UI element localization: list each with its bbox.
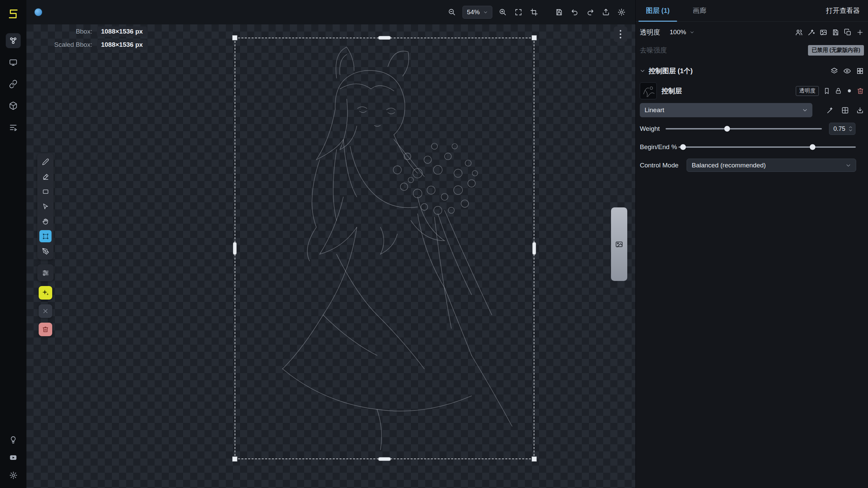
solo-layer-button[interactable] bbox=[846, 88, 852, 94]
cancel-button[interactable] bbox=[39, 304, 52, 318]
control-type-select[interactable]: Lineart bbox=[640, 103, 812, 117]
opacity-select[interactable]: 100% bbox=[666, 26, 698, 38]
selection-handle-left[interactable] bbox=[233, 242, 237, 255]
duplicate-button[interactable] bbox=[844, 28, 852, 36]
status-dot[interactable] bbox=[34, 8, 43, 17]
chevron-down-icon bbox=[802, 107, 808, 113]
adjust-tool[interactable] bbox=[39, 267, 52, 279]
sidebar-item-help[interactable] bbox=[6, 433, 20, 447]
tool-group-main bbox=[37, 153, 54, 260]
hand-icon bbox=[42, 218, 49, 225]
selection-handle-top-right[interactable] bbox=[532, 35, 537, 40]
side-drawer-handle[interactable] bbox=[611, 207, 627, 281]
denoise-label: 去噪强度 bbox=[640, 46, 667, 55]
brush-tool[interactable] bbox=[39, 156, 52, 168]
control-mode-select[interactable]: Balanced (recommended) bbox=[687, 159, 856, 172]
control-layers-header[interactable]: 控制图层 (1个) bbox=[640, 64, 864, 77]
export-icon bbox=[602, 8, 610, 16]
tab-layers-label: 图层 (1) bbox=[646, 6, 670, 15]
weight-stepper[interactable] bbox=[849, 126, 852, 132]
undo-icon bbox=[571, 8, 579, 16]
weight-slider-track[interactable] bbox=[666, 128, 822, 129]
select-tool[interactable] bbox=[39, 200, 52, 212]
more-options-button[interactable] bbox=[614, 26, 627, 42]
delete-button[interactable] bbox=[39, 323, 52, 336]
canvas-settings-button[interactable] bbox=[615, 6, 628, 19]
gear-icon bbox=[617, 8, 626, 16]
open-viewer-link[interactable]: 打开查看器 bbox=[826, 6, 860, 15]
fit-view-button[interactable] bbox=[512, 6, 525, 19]
add-layer-button[interactable] bbox=[856, 28, 864, 36]
begin-end-slider-track[interactable] bbox=[678, 146, 856, 148]
save-layer-button[interactable] bbox=[832, 28, 840, 36]
selection-handle-right[interactable] bbox=[532, 242, 536, 255]
pen-tool[interactable] bbox=[39, 245, 52, 257]
zoom-out-button[interactable] bbox=[446, 6, 458, 19]
weight-input[interactable]: 0.75 bbox=[829, 123, 855, 135]
end-slider-handle[interactable] bbox=[810, 144, 815, 150]
redo-button[interactable] bbox=[584, 6, 597, 19]
import-image-button[interactable] bbox=[856, 106, 864, 114]
image-button[interactable] bbox=[820, 28, 827, 36]
opacity-label: 透明度 bbox=[640, 28, 660, 37]
chevron-down-icon bbox=[849, 129, 852, 132]
toggle-visibility-button[interactable] bbox=[843, 67, 851, 75]
selection-handle-bottom[interactable] bbox=[378, 457, 391, 461]
selection-handle-top-left[interactable] bbox=[232, 35, 237, 40]
tab-layers[interactable]: 图层 (1) bbox=[644, 0, 672, 21]
grid-view-button[interactable] bbox=[856, 67, 864, 75]
bookmark-layer-button[interactable] bbox=[823, 87, 830, 95]
weight-value: 0.75 bbox=[833, 125, 849, 133]
panel-tabs: 图层 (1) 画廊 打开查看器 bbox=[636, 0, 868, 22]
image-icon bbox=[615, 240, 623, 248]
selection-bbox[interactable] bbox=[235, 38, 534, 459]
tab-gallery[interactable]: 画廊 bbox=[691, 0, 708, 21]
bbox-value: 1088×1536 px bbox=[97, 26, 147, 37]
delete-layer-button[interactable] bbox=[857, 87, 864, 95]
export-button[interactable] bbox=[599, 6, 612, 19]
sidebar-item-canvas[interactable] bbox=[6, 33, 21, 48]
begin-slider-handle[interactable] bbox=[680, 144, 686, 150]
crop-button[interactable] bbox=[528, 6, 540, 19]
zoom-in-button[interactable] bbox=[496, 6, 509, 19]
selection-handle-bottom-right[interactable] bbox=[532, 456, 537, 462]
eraser-tool[interactable] bbox=[39, 170, 52, 183]
transform-tool[interactable] bbox=[39, 230, 52, 242]
layer-thumbnail[interactable] bbox=[640, 82, 657, 99]
sidebar-item-link[interactable] bbox=[6, 77, 21, 92]
preprocess-button[interactable] bbox=[826, 106, 834, 114]
wand-button[interactable] bbox=[807, 28, 815, 36]
rectangle-tool[interactable] bbox=[39, 185, 52, 198]
sidebar-item-settings[interactable] bbox=[6, 468, 20, 482]
grid-frame-icon bbox=[841, 106, 849, 114]
undo-button[interactable] bbox=[568, 6, 581, 19]
chevron-down-icon bbox=[640, 68, 645, 74]
begin-end-label: Begin/End % bbox=[640, 143, 677, 151]
stack-layers-button[interactable] bbox=[830, 67, 838, 75]
control-layer-item[interactable]: 控制层 透明度 bbox=[640, 81, 864, 100]
bbox-info: Bbox: 1088×1536 px Scaled Bbox: 1088×153… bbox=[54, 26, 147, 50]
weight-slider-handle[interactable] bbox=[724, 126, 730, 132]
sidebar-item-queue[interactable] bbox=[6, 120, 21, 135]
lock-layer-button[interactable] bbox=[835, 87, 842, 95]
layer-opacity-badge[interactable]: 透明度 bbox=[796, 86, 819, 96]
sidebar-item-models[interactable] bbox=[6, 98, 21, 113]
sidebar-item-video[interactable] bbox=[6, 451, 20, 464]
generate-button[interactable] bbox=[39, 286, 52, 300]
zoom-level-value: 54% bbox=[467, 8, 480, 16]
cursor-icon bbox=[42, 203, 49, 210]
zoom-out-icon bbox=[448, 8, 456, 16]
merge-users-button[interactable] bbox=[795, 28, 803, 36]
save-button[interactable] bbox=[553, 6, 566, 19]
sidebar-item-screen[interactable] bbox=[6, 55, 21, 70]
selection-handle-top[interactable] bbox=[378, 36, 391, 40]
pan-tool[interactable] bbox=[39, 215, 52, 227]
rectangle-icon bbox=[42, 188, 49, 195]
zoom-level-select[interactable]: 54% bbox=[462, 6, 492, 19]
app-logo[interactable] bbox=[7, 8, 19, 20]
transform-icon bbox=[42, 233, 49, 240]
selection-handle-bottom-left[interactable] bbox=[232, 456, 237, 462]
preview-mask-button[interactable] bbox=[841, 106, 849, 114]
begin-end-row: Begin/End % bbox=[640, 140, 864, 154]
weight-row: Weight 0.75 bbox=[640, 122, 864, 136]
